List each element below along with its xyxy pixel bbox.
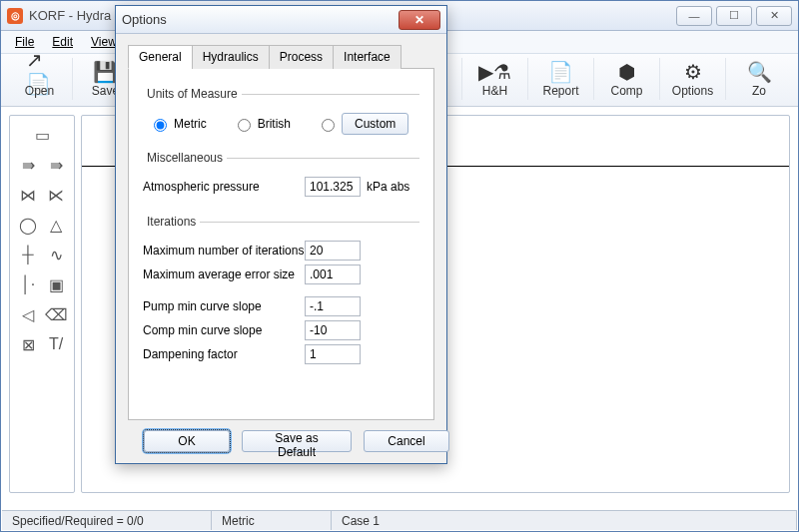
palette-pro-arrow[interactable]: ⇛ bbox=[42, 150, 70, 180]
toolbar-zoom-label: Zo bbox=[752, 84, 766, 98]
palette-feed-arrow[interactable]: ⇛ bbox=[14, 150, 42, 180]
atm-label: Atmospheric pressure bbox=[143, 180, 305, 194]
status-spec: Specified/Required = 0/0 bbox=[2, 511, 212, 530]
flask2-icon: ▶⚗ bbox=[481, 60, 509, 84]
misc-group: Miscellaneous Atmospheric pressure kPa a… bbox=[143, 151, 419, 205]
pump-slope-input[interactable] bbox=[305, 296, 361, 316]
comp-label: Comp min curve slope bbox=[143, 323, 305, 337]
statusbar: Specified/Required = 0/0 Metric Case 1 bbox=[2, 510, 797, 530]
palette-net-left[interactable]: ⋈ bbox=[14, 180, 42, 210]
damp-label: Dampening factor bbox=[143, 347, 305, 361]
toolbar-report-label: Report bbox=[542, 84, 578, 98]
radio-metric-label: Metric bbox=[174, 117, 207, 131]
tab-general[interactable]: General bbox=[128, 45, 193, 69]
toolbar-open-label: Open bbox=[25, 84, 54, 98]
misc-legend: Miscellaneous bbox=[143, 151, 227, 165]
toolbar-hh-label: H&H bbox=[482, 84, 507, 98]
toolbar-open[interactable]: ↗📄 Open bbox=[7, 58, 73, 100]
radio-metric[interactable]: Metric bbox=[149, 116, 207, 132]
palette-line[interactable]: │· bbox=[14, 269, 42, 299]
palette-net-right[interactable]: ⋉ bbox=[42, 180, 70, 210]
comp-slope-input[interactable] bbox=[305, 320, 361, 340]
max-err-label: Maximum average error size bbox=[143, 267, 305, 281]
dialog-tabs: General Hydraulics Process Interface bbox=[128, 44, 434, 69]
custom-units-button[interactable]: Custom bbox=[342, 113, 408, 135]
iter-group: Iterations Maximum number of iterations … bbox=[143, 215, 419, 372]
ok-button[interactable]: OK bbox=[144, 430, 230, 452]
dialog-title: Options bbox=[122, 12, 399, 27]
status-units: Metric bbox=[212, 511, 332, 530]
palette-square[interactable]: ▣ bbox=[42, 269, 70, 299]
tool-palette: ▭ ⇛ ⇛ ⋈ ⋉ ◯ △ ┼ ∿ │· ▣ ◁ ⌫ ⊠ T/ bbox=[9, 115, 75, 493]
palette-tap[interactable]: ┼ bbox=[14, 240, 42, 269]
tab-hydraulics[interactable]: Hydraulics bbox=[192, 45, 270, 69]
atm-pressure-input[interactable] bbox=[305, 177, 361, 197]
toolbar-zoom[interactable]: 🔍 Zo bbox=[726, 58, 792, 100]
app-icon: ◎ bbox=[7, 8, 23, 24]
radio-custom[interactable]: Custom bbox=[317, 113, 408, 135]
radio-british[interactable]: British bbox=[233, 116, 291, 132]
radio-british-label: British bbox=[258, 117, 291, 131]
radio-custom-input[interactable] bbox=[322, 119, 335, 132]
open-icon: ↗📄 bbox=[26, 60, 54, 84]
palette-rect[interactable]: ▭ bbox=[14, 120, 70, 150]
atm-unit: kPa abs bbox=[367, 180, 409, 194]
zoom-icon: 🔍 bbox=[745, 60, 773, 84]
gear-icon: ⚙ bbox=[679, 60, 707, 84]
cancel-button[interactable]: Cancel bbox=[364, 430, 449, 452]
max-iter-input[interactable] bbox=[305, 241, 361, 261]
status-case: Case 1 bbox=[332, 511, 797, 530]
toolbar-options[interactable]: ⚙ Options bbox=[660, 58, 726, 100]
report-icon: 📄 bbox=[547, 60, 575, 84]
palette-triangle[interactable]: △ bbox=[42, 210, 70, 240]
window-maximize-button[interactable]: ☐ bbox=[716, 6, 752, 26]
iter-legend: Iterations bbox=[143, 215, 200, 229]
palette-cross[interactable]: ⊠ bbox=[14, 329, 42, 359]
dialog-button-row: OK Save as Default Cancel bbox=[128, 420, 434, 452]
palette-arrow-left[interactable]: ◁ bbox=[14, 299, 42, 329]
radio-metric-input[interactable] bbox=[154, 119, 167, 132]
palette-circle[interactable]: ◯ bbox=[14, 210, 42, 240]
tab-interface[interactable]: Interface bbox=[333, 45, 401, 69]
units-group: Units of Measure Metric British Custom bbox=[143, 87, 419, 141]
pump-label: Pump min curve slope bbox=[143, 299, 305, 313]
toolbar-report[interactable]: 📄 Report bbox=[528, 58, 594, 100]
options-dialog: Options ✕ General Hydraulics Process Int… bbox=[115, 5, 447, 464]
palette-valve[interactable]: ⌫ bbox=[42, 299, 70, 329]
comp-icon: ⬢ bbox=[613, 60, 641, 84]
dialog-titlebar[interactable]: Options ✕ bbox=[116, 6, 446, 34]
toolbar-hh[interactable]: ▶⚗ H&H bbox=[462, 58, 528, 100]
toolbar-comp[interactable]: ⬢ Comp bbox=[594, 58, 660, 100]
dialog-close-button[interactable]: ✕ bbox=[399, 10, 440, 30]
max-err-input[interactable] bbox=[305, 265, 361, 284]
palette-text[interactable]: T/ bbox=[42, 329, 70, 359]
units-legend: Units of Measure bbox=[143, 87, 242, 101]
save-default-button[interactable]: Save as Default bbox=[242, 430, 352, 452]
max-iter-label: Maximum number of iterations bbox=[143, 244, 305, 258]
window-close-button[interactable]: ✕ bbox=[756, 6, 792, 26]
toolbar-options-label: Options bbox=[672, 84, 713, 98]
window-minimize-button[interactable]: — bbox=[676, 6, 712, 26]
palette-wave[interactable]: ∿ bbox=[42, 240, 70, 269]
damp-factor-input[interactable] bbox=[305, 344, 361, 364]
toolbar-comp-label: Comp bbox=[610, 84, 642, 98]
radio-british-input[interactable] bbox=[238, 119, 251, 132]
tab-panel-general: Units of Measure Metric British Custom M… bbox=[128, 69, 434, 420]
tab-process[interactable]: Process bbox=[269, 45, 334, 69]
